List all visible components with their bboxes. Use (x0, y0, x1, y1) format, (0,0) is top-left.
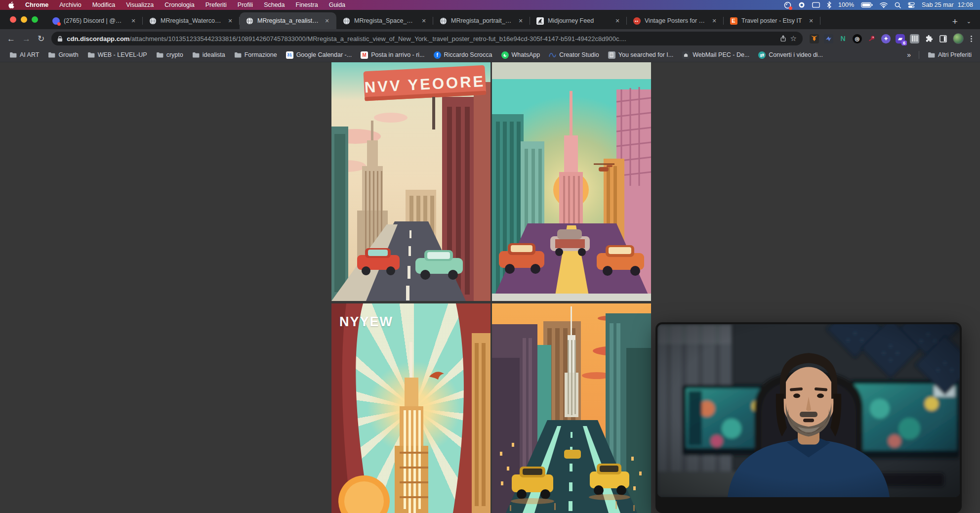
bookmark-google-calendar[interactable]: 31 Google Calendar -... (283, 50, 356, 60)
bookmark-folder-idealista[interactable]: idealista (189, 50, 229, 60)
bookmark-gmail-inbox[interactable]: M Posta in arrivo - ri... (357, 50, 428, 60)
bookmark-folder-growth[interactable]: Growth (44, 50, 82, 60)
bookmark-you-searched[interactable]: You searched for I... (605, 50, 677, 60)
poster-title-text: NYYEW (339, 314, 393, 330)
profile-avatar[interactable] (953, 33, 964, 44)
menu-preferiti[interactable]: Preferiti (205, 1, 227, 8)
sidebar-panel-icon[interactable] (939, 34, 948, 43)
menu-visualizza[interactable]: Visualizza (126, 1, 154, 8)
share-icon[interactable] (780, 35, 786, 42)
tab-midjourney-feed[interactable]: Midjourney Feed ✕ (530, 12, 627, 29)
display-icon[interactable] (812, 2, 820, 8)
tab-portrait[interactable]: MRregista_portrait_on_a ✕ (433, 12, 530, 29)
close-tab-icon[interactable]: ✕ (323, 16, 331, 25)
poster-bottom-left: NYYEW (331, 303, 490, 513)
bookmark-creator-studio[interactable]: Creator Studio (545, 50, 603, 60)
chrome-menu-icon[interactable] (969, 36, 974, 42)
other-bookmarks-folder[interactable]: Altri Preferiti (924, 50, 975, 60)
wifi-icon[interactable] (880, 2, 888, 8)
close-tab-icon[interactable]: ✕ (807, 16, 816, 25)
folder-icon (192, 51, 200, 59)
close-window-button[interactable] (10, 16, 16, 23)
back-button[interactable]: ← (7, 35, 15, 43)
document-icon (608, 51, 615, 59)
menu-chrome[interactable]: Chrome (25, 1, 48, 8)
reload-button[interactable]: ↻ (38, 35, 44, 43)
bookmark-folder-web-level-up[interactable]: WEB - LEVEL-UP (84, 50, 151, 60)
folder-icon (48, 51, 55, 59)
address-bar[interactable]: cdn.discordapp.com/attachments/101351233… (51, 32, 803, 45)
facecam-overlay (655, 322, 962, 513)
control-center-icon[interactable] (908, 2, 915, 8)
spotlight-search-icon[interactable] (895, 2, 901, 8)
facebook-icon: f (434, 51, 441, 59)
close-tab-icon[interactable]: ✕ (613, 16, 622, 25)
tab-realistic-view-active[interactable]: MRregista_a_realistic_vie ✕ (240, 12, 336, 29)
close-tab-icon[interactable]: ✕ (710, 16, 719, 25)
menu-guida[interactable]: Guida (329, 1, 345, 8)
close-tab-icon[interactable]: ✕ (129, 16, 138, 25)
globe-favicon-icon (439, 17, 447, 25)
bookmark-star-icon[interactable]: ☆ (790, 34, 797, 43)
menu-clock[interactable]: Sab 25 mar 12:08 (922, 1, 973, 8)
tab-discord[interactable]: (2765) Discord | @Midjou ✕ (46, 12, 143, 29)
poster-bottom-right (492, 303, 651, 513)
metamask-extension-icon[interactable] (810, 34, 819, 43)
tab-etsy[interactable]: E Travel poster - Etsy IT ✕ (724, 12, 820, 29)
recording-status-icon[interactable] (784, 1, 791, 9)
webmail-icon (682, 51, 690, 59)
url-text[interactable]: cdn.discordapp.com/attachments/101351233… (67, 35, 776, 43)
close-tab-icon[interactable]: ✕ (419, 16, 428, 25)
grid-extension-icon[interactable] (910, 34, 919, 43)
bookmark-folder-ai-art[interactable]: AI ART (6, 50, 42, 60)
tab-bar: (2765) Discord | @Midjou ✕ MRregista_Wat… (0, 10, 980, 29)
minimize-window-button[interactable] (21, 16, 27, 23)
menu-cronologia[interactable]: Cronologia (164, 1, 194, 8)
menu-finestra[interactable]: Finestra (296, 1, 318, 8)
shield-menu-icon[interactable] (798, 1, 805, 8)
close-tab-icon[interactable]: ✕ (516, 16, 525, 25)
midjourney-sail-favicon-icon (536, 17, 544, 25)
battery-percent: 100% (838, 1, 854, 8)
tab-watercolor[interactable]: MRregista_Watercolor_Pa ✕ (143, 12, 240, 29)
window-controls (0, 10, 46, 29)
lock-icon[interactable] (57, 36, 63, 42)
key-extension-icon[interactable] (867, 34, 876, 43)
battery-icon[interactable] (861, 2, 873, 8)
menu-modifica[interactable]: Modifica (92, 1, 116, 8)
bookmark-converti-video[interactable]: ⇄ Converti i video di... (755, 50, 826, 60)
bookmark-folder-crypto[interactable]: crypto (153, 50, 187, 60)
extensions-puzzle-icon[interactable] (924, 34, 934, 43)
tab-search-chevron-icon[interactable]: ⌄ (967, 18, 971, 25)
menu-scheda[interactable]: Scheda (264, 1, 285, 8)
globe-favicon-icon (245, 17, 253, 25)
dark-circle-extension-icon[interactable]: ◎ (853, 34, 862, 43)
folder-icon (928, 51, 935, 59)
new-tab-button[interactable]: + (952, 17, 958, 26)
gmail-icon: M (361, 51, 368, 59)
menu-archivio[interactable]: Archivio (59, 1, 81, 8)
purple-extension-icon[interactable]: ✦ (881, 34, 891, 43)
bookmark-webmail-pec[interactable]: WebMail PEC - De... (679, 50, 753, 60)
apple-menu-icon[interactable] (8, 1, 14, 9)
n-extension-icon[interactable]: N (838, 34, 848, 43)
zoom-window-button[interactable] (32, 16, 38, 23)
bookmark-whatsapp[interactable]: WhatsApp (498, 50, 544, 60)
bluetooth-icon[interactable] (827, 1, 831, 8)
bookmarks-overflow-chevron[interactable]: » (904, 51, 914, 59)
discord-favicon-icon (52, 17, 60, 25)
folder-icon (234, 51, 242, 59)
close-tab-icon[interactable]: ✕ (226, 16, 235, 25)
whatsapp-icon (501, 51, 509, 59)
meta-icon (549, 51, 556, 59)
globe-favicon-icon (342, 17, 350, 25)
menu-profili[interactable]: Profili (238, 1, 253, 8)
purple-badge-extension-icon[interactable]: ▰6 (896, 34, 905, 43)
browser-toolbar: ← → ↻ cdn.discordapp.com/attachments/101… (0, 29, 980, 48)
tab-space-adventure[interactable]: MRregista_Space_Advent ✕ (336, 12, 433, 29)
bookmark-folder-formazione[interactable]: Formazione (231, 50, 281, 60)
tab-vintage-posters[interactable]: •• Vintage Posters for Sale | ✕ (627, 12, 724, 29)
blue-wave-extension-icon[interactable] (824, 34, 833, 43)
bookmark-facebook-profile[interactable]: f Riccardo Scrocca (430, 50, 496, 60)
forward-button[interactable]: → (22, 35, 31, 43)
